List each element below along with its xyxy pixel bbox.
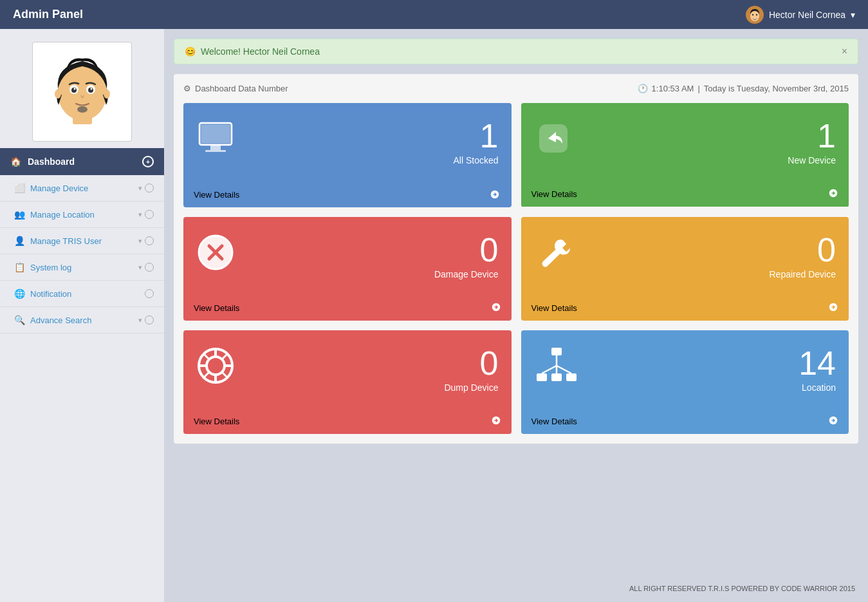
damage-device-number: 0 bbox=[434, 233, 499, 267]
sidebar-dashboard-label: Dashboard bbox=[28, 156, 75, 167]
stat-card-location: 14 Location View Details bbox=[521, 330, 849, 434]
welcome-close-button[interactable]: × bbox=[842, 46, 847, 57]
circle-icon2 bbox=[145, 210, 154, 219]
location-number: 14 bbox=[799, 346, 836, 380]
sidebar-item-manage-location[interactable]: 👥 Manage Location ▾ bbox=[0, 202, 164, 228]
all-stocked-number: 1 bbox=[453, 119, 498, 153]
arrow-circle-icon3 bbox=[491, 302, 501, 314]
sidebar-advance-search-label: Advance Search bbox=[30, 315, 91, 325]
svg-line-35 bbox=[542, 366, 557, 373]
repaired-device-number: 0 bbox=[770, 233, 836, 267]
main-content: 😊 Welcome! Hector Neil Cornea × ⚙ Dashbo… bbox=[164, 29, 868, 575]
svg-point-13 bbox=[55, 89, 61, 99]
footer: ALL RIGHT RESERVED T.R.I.S POWERED BY CO… bbox=[164, 575, 868, 602]
avatar bbox=[746, 6, 764, 24]
dump-device-view-details[interactable]: View Details bbox=[183, 409, 512, 434]
arrow-circle-icon4 bbox=[828, 302, 838, 314]
share-icon bbox=[534, 119, 573, 165]
svg-rect-17 bbox=[210, 145, 221, 150]
bell-icon: 🌐 bbox=[14, 288, 25, 299]
circle-icon5 bbox=[145, 289, 154, 298]
stat-card-dump-device: 0 Dump Device View Details bbox=[183, 330, 512, 434]
arrow-circle-icon bbox=[488, 188, 501, 201]
log-icon: 📋 bbox=[14, 262, 25, 272]
chevron-down-icon3: ▾ bbox=[138, 237, 142, 245]
location-label: Location bbox=[799, 382, 836, 393]
chevron-down-icon4: ▾ bbox=[138, 263, 142, 272]
sidebar-avatar bbox=[32, 42, 132, 142]
chevron-down-icon: ▾ bbox=[138, 184, 142, 193]
sidebar-item-manage-tris-user[interactable]: 👤 Manage TRIS User ▾ bbox=[0, 228, 164, 254]
circle-icon4 bbox=[145, 263, 154, 272]
svg-point-2 bbox=[752, 14, 753, 15]
monitor-icon bbox=[196, 122, 235, 163]
sidebar-manage-location-label: Manage Location bbox=[30, 210, 95, 220]
all-stocked-view-details[interactable]: View Details bbox=[183, 182, 512, 207]
sidebar-item-system-log[interactable]: 📋 System log ▾ bbox=[0, 254, 164, 281]
sidebar-avatar-wrap bbox=[0, 29, 164, 148]
svg-point-12 bbox=[77, 106, 88, 113]
panel-gear-icon: ⚙ bbox=[183, 84, 191, 93]
circle-icon6 bbox=[145, 315, 154, 325]
dump-device-number: 0 bbox=[444, 346, 498, 380]
app-title: Admin Panel bbox=[13, 8, 83, 21]
dashboard-circle-icon: + bbox=[142, 156, 154, 167]
sidebar-notification-label: Notification bbox=[30, 289, 71, 299]
layout: 🏠 Dashboard + ⬜ Manage Device ▾ 👥 Manage… bbox=[0, 29, 868, 602]
navbar: Admin Panel Hector Neil Cornea ▾ bbox=[0, 0, 868, 29]
network-icon bbox=[534, 346, 579, 393]
user-menu[interactable]: Hector Neil Cornea ▾ bbox=[746, 6, 855, 24]
arrow-circle-icon6 bbox=[828, 415, 838, 428]
times-circle-icon bbox=[196, 233, 235, 279]
stats-grid: 1 All Stocked View Details bbox=[183, 103, 849, 434]
svg-rect-19 bbox=[201, 125, 230, 143]
user-dropdown-icon: ▾ bbox=[851, 10, 855, 20]
chevron-down-icon5: ▾ bbox=[138, 316, 142, 325]
sidebar-item-dashboard[interactable]: 🏠 Dashboard + bbox=[0, 148, 164, 175]
welcome-banner: 😊 Welcome! Hector Neil Cornea × bbox=[174, 39, 858, 64]
arrow-circle-icon5 bbox=[491, 415, 501, 428]
tris-user-icon: 👤 bbox=[14, 236, 25, 246]
repaired-device-view-details[interactable]: View Details bbox=[521, 296, 849, 321]
welcome-message: Welcome! Hector Neil Cornea bbox=[201, 46, 320, 57]
stat-card-all-stocked: 1 All Stocked View Details bbox=[183, 103, 512, 207]
svg-rect-30 bbox=[551, 348, 562, 355]
dump-device-label: Dump Device bbox=[444, 382, 498, 393]
dashboard-panel: ⚙ Dashboard Data Number 🕐 1:10:53 AM | T… bbox=[174, 74, 858, 444]
sidebar-item-advance-search[interactable]: 🔍 Advance Search ▾ bbox=[0, 307, 164, 334]
user-name: Hector Neil Cornea bbox=[769, 10, 845, 20]
wrench-icon bbox=[534, 233, 573, 279]
circle-icon3 bbox=[145, 236, 154, 245]
new-device-view-details[interactable]: View Details bbox=[521, 182, 849, 207]
svg-line-37 bbox=[557, 366, 571, 373]
panel-header: ⚙ Dashboard Data Number 🕐 1:10:53 AM | T… bbox=[183, 84, 849, 93]
sidebar-manage-tris-label: Manage TRIS User bbox=[30, 236, 102, 246]
clock-icon: 🕐 bbox=[638, 84, 648, 93]
sidebar: 🏠 Dashboard + ⬜ Manage Device ▾ 👥 Manage… bbox=[0, 29, 164, 602]
damage-device-label: Damage Device bbox=[434, 269, 499, 279]
welcome-avatar-icon: 😊 bbox=[185, 46, 196, 57]
new-device-label: New Device bbox=[788, 155, 836, 165]
sidebar-item-notification[interactable]: 🌐 Notification bbox=[0, 281, 164, 307]
stat-card-new-device: 1 New Device View Details bbox=[521, 103, 849, 207]
arrow-circle-icon2 bbox=[828, 188, 838, 200]
svg-rect-18 bbox=[205, 150, 226, 152]
location-view-details[interactable]: View Details bbox=[521, 409, 849, 434]
panel-date: Today is Tuesday, November 3rd, 2015 bbox=[704, 84, 849, 93]
svg-point-14 bbox=[104, 89, 110, 99]
panel-time: 1:10:53 AM bbox=[652, 84, 694, 93]
sidebar-manage-device-label: Manage Device bbox=[30, 183, 88, 193]
damage-device-view-details[interactable]: View Details bbox=[183, 296, 512, 321]
device-icon: ⬜ bbox=[14, 183, 25, 193]
location-icon: 👥 bbox=[14, 209, 25, 220]
sidebar-item-manage-device[interactable]: ⬜ Manage Device ▾ bbox=[0, 175, 164, 202]
repaired-device-label: Repaired Device bbox=[770, 269, 836, 279]
svg-point-3 bbox=[756, 14, 757, 15]
svg-point-10 bbox=[73, 88, 75, 89]
all-stocked-label: All Stocked bbox=[453, 155, 498, 165]
sidebar-system-log-label: System log bbox=[30, 263, 71, 272]
search-icon: 🔍 bbox=[14, 315, 25, 325]
panel-title: Dashboard Data Number bbox=[195, 84, 288, 93]
circle-icon bbox=[145, 183, 154, 193]
new-device-number: 1 bbox=[788, 119, 836, 153]
